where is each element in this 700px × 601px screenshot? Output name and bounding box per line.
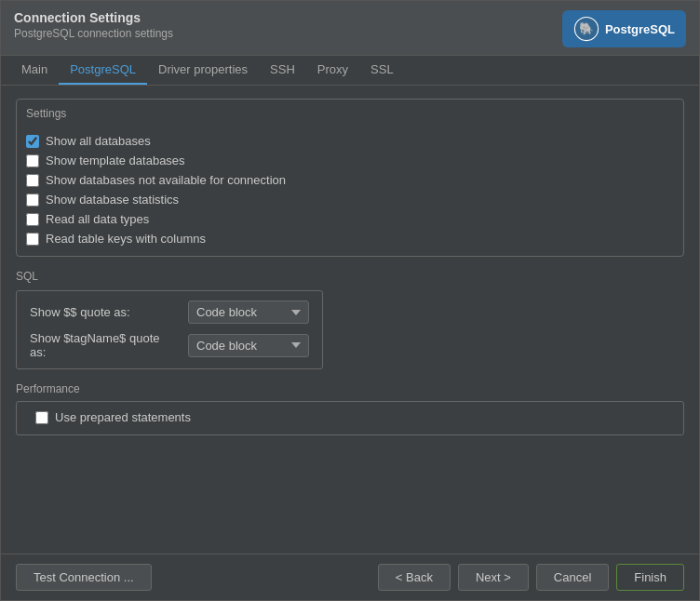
sql-dollar-quote-label: Show $$ quote as:: [30, 305, 179, 319]
svg-text:🐘: 🐘: [579, 21, 594, 36]
sql-tagname-quote-select[interactable]: Code block String None: [188, 334, 309, 357]
header-text: Connection Settings PostgreSQL connectio…: [14, 10, 173, 40]
checkbox-label-read-all-data-types: Read all data types: [46, 212, 149, 226]
test-connection-button[interactable]: Test Connection ...: [16, 564, 152, 591]
tab-ssl[interactable]: SSL: [359, 56, 405, 85]
checkbox-show-not-available[interactable]: [26, 174, 39, 187]
cancel-button[interactable]: Cancel: [536, 564, 609, 591]
sql-rows: Show $$ quote as: Code block String None…: [30, 300, 309, 359]
dialog-subtitle: PostgreSQL connection settings: [14, 27, 173, 40]
tab-proxy[interactable]: Proxy: [306, 56, 359, 85]
dialog-header: Connection Settings PostgreSQL connectio…: [1, 1, 699, 56]
sql-rows-container: Show $$ quote as: Code block String None…: [16, 290, 323, 369]
checkbox-row-read-table-keys: Read table keys with columns: [17, 229, 683, 248]
checkbox-show-template-databases[interactable]: [26, 154, 39, 167]
dialog-footer: Test Connection ... < Back Next > Cancel…: [1, 554, 699, 600]
next-button[interactable]: Next >: [458, 564, 529, 591]
sql-section-label: SQL: [16, 270, 684, 283]
sql-row-dollar-quote: Show $$ quote as: Code block String None: [30, 300, 309, 324]
settings-section-label: Settings: [17, 100, 683, 126]
sql-section: SQL Show $$ quote as: Code block String …: [16, 270, 684, 369]
checkbox-row-show-template-databases: Show template databases: [17, 151, 683, 170]
footer-right: < Back Next > Cancel Finish: [378, 564, 684, 591]
checkbox-label-show-template-databases: Show template databases: [46, 154, 185, 167]
checkbox-label-use-prepared-statements: Use prepared statements: [55, 410, 191, 424]
finish-button[interactable]: Finish: [616, 564, 684, 591]
postgresql-logo-icon: 🐘: [573, 16, 599, 42]
dialog-title: Connection Settings: [14, 10, 173, 25]
checkbox-read-table-keys[interactable]: [26, 233, 39, 246]
footer-left: Test Connection ...: [16, 564, 152, 591]
tab-ssh[interactable]: SSH: [259, 56, 306, 85]
performance-section: Performance Use prepared statements: [16, 382, 684, 435]
connection-settings-dialog: Connection Settings PostgreSQL connectio…: [0, 0, 700, 601]
dialog-body: Settings Show all databases Show templat…: [1, 86, 699, 554]
performance-section-label: Performance: [16, 382, 684, 395]
checkbox-label-show-not-available: Show databases not available for connect…: [46, 173, 286, 187]
logo-badge: 🐘 PostgreSQL: [562, 10, 686, 47]
checkbox-label-show-statistics: Show database statistics: [46, 193, 179, 207]
tab-driver-properties[interactable]: Driver properties: [147, 56, 259, 85]
sql-dollar-quote-select[interactable]: Code block String None: [188, 300, 309, 324]
checkbox-label-show-all-databases: Show all databases: [46, 134, 151, 148]
checkbox-row-use-prepared-statements: Use prepared statements: [26, 407, 674, 427]
settings-checkboxes: Show all databases Show template databas…: [17, 126, 683, 256]
checkbox-read-all-data-types[interactable]: [26, 213, 39, 226]
logo-text: PostgreSQL: [605, 22, 675, 36]
sql-tagname-quote-label: Show $tagName$ quote as:: [30, 331, 179, 359]
checkbox-show-all-databases[interactable]: [26, 135, 39, 148]
tab-main[interactable]: Main: [10, 56, 59, 85]
checkbox-label-read-table-keys: Read table keys with columns: [46, 232, 206, 246]
tabs-bar: Main PostgreSQL Driver properties SSH Pr…: [1, 56, 699, 86]
back-button[interactable]: < Back: [378, 564, 451, 591]
checkbox-row-read-all-data-types: Read all data types: [17, 209, 683, 229]
checkbox-show-statistics[interactable]: [26, 194, 39, 207]
sql-row-tagname-quote: Show $tagName$ quote as: Code block Stri…: [30, 331, 309, 359]
checkbox-row-show-all-databases: Show all databases: [17, 131, 683, 151]
tab-postgresql[interactable]: PostgreSQL: [59, 56, 147, 85]
performance-inner: Use prepared statements: [16, 401, 684, 435]
checkbox-row-show-not-available: Show databases not available for connect…: [17, 170, 683, 190]
checkbox-use-prepared-statements[interactable]: [35, 411, 48, 424]
settings-section: Settings Show all databases Show templat…: [16, 99, 684, 257]
checkbox-row-show-statistics: Show database statistics: [17, 190, 683, 209]
